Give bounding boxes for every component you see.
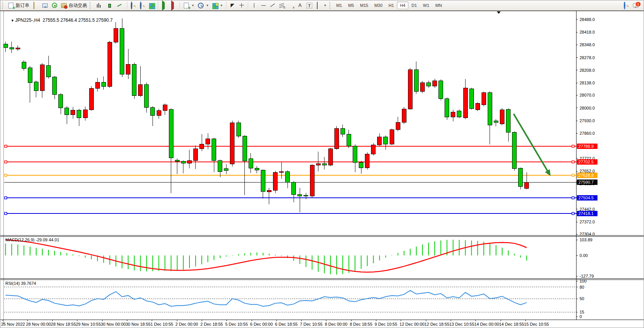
date-axis-label: 25 Nov 2022 — [1, 322, 25, 326]
chart-title: ▼ JPN225-,H4 27555.5 27646.4 27551.5 275… — [6, 12, 112, 28]
cursor-button[interactable]: ◤ — [228, 2, 237, 9]
price-axis-label: 27304.0 — [580, 232, 595, 236]
date-axis-label: 28 Nov 18:55 — [51, 322, 76, 326]
svg-text:80: 80 — [580, 285, 584, 289]
tab-m5[interactable]: M5 — [345, 2, 357, 9]
bar-chart-button[interactable] — [93, 1, 104, 10]
date-axis-label: 5 Dec 10:55 — [225, 322, 248, 326]
price-axis-label: 28208.0 — [580, 68, 595, 73]
svg-text:100: 100 — [580, 279, 586, 283]
cursor-icon: ◤ — [230, 2, 236, 8]
zoom-in-button[interactable]: + — [129, 2, 138, 9]
chart-shift-icon — [161, 2, 167, 8]
autotrading-icon — [61, 3, 67, 8]
publish-button[interactable] — [40, 2, 50, 9]
svg-text:-127.79: -127.79 — [580, 274, 594, 278]
tab-m15[interactable]: M15 — [357, 2, 371, 9]
price-axis-label: 27930.0 — [580, 118, 595, 123]
grid-button[interactable]: F — [286, 2, 296, 9]
toolbar: + 新订单 自动交易 + − +▼ ▼ ▼ ◤ E F A T — [0, 0, 644, 11]
indicators-button[interactable]: ▼ — [210, 2, 225, 9]
trendline-icon — [270, 2, 276, 8]
date-axis-label: 12 Dec 18:55 — [424, 322, 449, 326]
tab-h1[interactable]: H1 — [385, 2, 397, 9]
tab-m1[interactable]: M1 — [333, 2, 345, 9]
shapes-button[interactable]: ▼ — [314, 2, 328, 9]
date-axis-label: 30 Nov 00:00 — [101, 322, 125, 326]
signals-button[interactable] — [50, 2, 59, 9]
search-button[interactable] — [622, 2, 631, 9]
chart-shift-button[interactable] — [160, 2, 169, 9]
price-tag: 27788.9 — [578, 144, 594, 149]
zoom-out-icon: − — [140, 2, 141, 10]
tile-windows-button[interactable] — [147, 2, 156, 9]
bar-chart-icon — [96, 2, 102, 8]
candle-chart-button[interactable] — [104, 1, 115, 10]
toolbar-grip — [2, 2, 5, 9]
tab-h4[interactable]: H4 — [397, 2, 408, 9]
date-axis-label: 12 Dec 00:00 — [400, 322, 424, 326]
new-chart-button[interactable]: +▼ — [181, 2, 196, 10]
date-axis-label: 15 Dec 10:55 — [524, 322, 549, 326]
chart-collapse-icon[interactable]: ▼ — [11, 19, 15, 23]
vertical-line-button[interactable] — [250, 2, 259, 9]
date-axis-label: 2 Dec 00:00 — [175, 322, 198, 326]
fibonacci-button[interactable]: E — [277, 2, 286, 9]
price-tag: 27418.1 — [578, 211, 594, 216]
crosshair-icon — [239, 2, 245, 8]
candlestick-icon — [106, 2, 112, 8]
date-axis-label: 28 Nov 00:00 — [26, 322, 51, 326]
date-axis-label: 9 Dec 10:55 — [375, 322, 397, 326]
price-axis-label: 28070.0 — [580, 93, 595, 97]
text-icon: A — [297, 2, 303, 8]
zoom-out-button[interactable]: − — [138, 2, 147, 9]
new-order-label: 新订单 — [16, 2, 29, 9]
text-label-button[interactable]: T — [305, 2, 314, 10]
date-axis-label: 6 Dec 00:00 — [250, 322, 273, 326]
new-order-button[interactable]: + 新订单 — [6, 2, 31, 10]
line-chart-button[interactable] — [115, 1, 125, 10]
clock-icon — [198, 3, 204, 8]
tile-windows-icon — [149, 2, 155, 8]
price-chart-svg[interactable]: 28488.028418.028348.028278.028208.028138… — [0, 11, 644, 328]
svg-text:0: 0 — [580, 314, 582, 319]
price-axis-label: 27860.0 — [580, 131, 595, 136]
tab-d1[interactable]: D1 — [408, 2, 420, 9]
price-axis-label: 28488.0 — [580, 17, 595, 22]
period-button[interactable]: ▼ — [196, 2, 210, 10]
zoom-in-icon: + — [131, 2, 132, 10]
text-button[interactable]: A — [296, 2, 305, 9]
rsi-indicator-label: RSI(14) 39.7674 — [5, 281, 36, 286]
search-icon — [624, 2, 625, 10]
chart-area[interactable]: 28488.028418.028348.028278.028208.028138… — [0, 11, 644, 328]
monitor-icon — [42, 3, 48, 8]
paint-icon — [34, 2, 34, 9]
price-axis-label: 28000.0 — [580, 106, 595, 110]
line-chart-icon — [117, 2, 123, 8]
date-axis-label: 14 Dec 00:00 — [474, 322, 499, 326]
horizontal-line-button[interactable] — [259, 2, 268, 9]
date-axis-label: 30 Nov 18:55 — [126, 322, 151, 326]
date-axis-label: 6 Dec 18:55 — [275, 322, 297, 326]
autotrading-label: 自动交易 — [69, 2, 87, 9]
chat-button[interactable]: 1 — [631, 2, 641, 9]
chat-icon: 1 — [633, 3, 639, 8]
trendline-button[interactable] — [268, 2, 277, 9]
indicators-icon — [212, 2, 218, 8]
signal-icon — [52, 3, 57, 8]
date-axis-label: 13 Dec 10:55 — [449, 322, 474, 326]
price-axis-label: 28418.0 — [580, 30, 595, 34]
autotrading-button[interactable]: 自动交易 — [59, 2, 88, 10]
price-tag: 27628.8 — [578, 173, 594, 178]
tab-m30[interactable]: M30 — [371, 2, 385, 9]
tab-mn[interactable]: MN — [432, 2, 445, 9]
crosshair-button[interactable] — [237, 2, 246, 9]
price-axis-label: 28348.0 — [580, 42, 595, 47]
svg-text:50: 50 — [580, 296, 584, 301]
styles-button[interactable] — [31, 2, 40, 9]
shapes-icon — [317, 2, 318, 9]
fibonacci-icon: E — [279, 2, 285, 8]
autoscroll-button[interactable] — [169, 2, 178, 9]
tab-w1[interactable]: W1 — [420, 2, 432, 9]
date-axis-label: 8 Dec 18:55 — [350, 322, 372, 326]
